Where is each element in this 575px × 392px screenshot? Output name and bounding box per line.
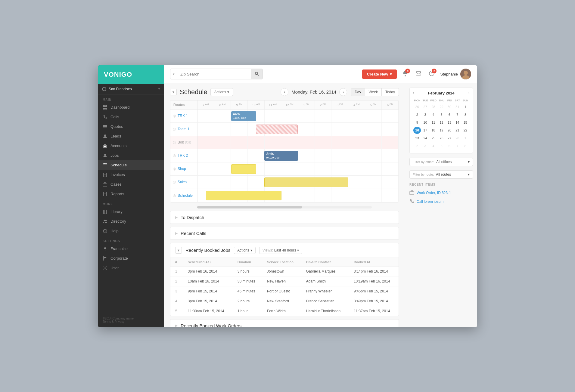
sidebar-item-library[interactable]: Library	[98, 207, 164, 217]
sidebar-item-schedule[interactable]: Schedule	[98, 160, 164, 170]
calendar-day[interactable]: 13	[446, 119, 453, 126]
view-today-button[interactable]: Today	[382, 88, 399, 96]
calendar-day[interactable]: 26	[413, 103, 421, 110]
calendar-day[interactable]: 6	[446, 142, 453, 150]
sidebar-item-jobs[interactable]: Jobs	[98, 151, 164, 160]
table-row[interactable]: 2 10am Feb 16, 2014 30 minutes New Haven…	[170, 276, 399, 286]
gantt-bar-team1-striped[interactable]	[256, 125, 298, 134]
calendar-day[interactable]: 5	[438, 142, 445, 150]
prev-date-button[interactable]: ‹	[281, 88, 288, 96]
sidebar-item-cases[interactable]: Cases	[98, 180, 164, 189]
calendar-day[interactable]: 14	[454, 119, 461, 126]
prev-month-button[interactable]: ‹	[413, 91, 414, 95]
recently-booked-collapse[interactable]: ▼	[175, 247, 182, 254]
route-label-team1[interactable]: Team 1	[178, 127, 189, 131]
sidebar-item-directory[interactable]: Directory	[98, 217, 164, 226]
search-input[interactable]	[177, 72, 251, 76]
schedule-scrollbar[interactable]	[197, 206, 372, 208]
views-dropdown[interactable]: Views: Last 48 hours ▾	[259, 247, 303, 254]
recently-booked-wo-header[interactable]: ▶ Recently Booked Work Orders	[170, 319, 399, 327]
table-row[interactable]: 3 9pm Feb 15, 2014 45 minutes Port of Qu…	[170, 286, 399, 296]
calendar-day[interactable]: 4	[430, 111, 437, 118]
gantt-bar-trk2-arch[interactable]: Arch.94129 Doe	[264, 151, 298, 161]
calendar-day[interactable]: 15	[462, 119, 469, 126]
calendar-day[interactable]: 21	[454, 127, 461, 134]
sidebar-item-dashboard[interactable]: Dashboard	[98, 103, 164, 112]
col-scheduled[interactable]: Scheduled At ↓	[183, 258, 233, 267]
route-label-schedule[interactable]: Schedule	[178, 193, 193, 198]
calendar-day[interactable]: 7	[454, 111, 461, 118]
sidebar-item-invoices[interactable]: Invoices	[98, 170, 164, 180]
create-new-button[interactable]: Create New ▾	[362, 69, 397, 79]
calendar-day[interactable]: 31	[454, 103, 461, 110]
calendar-day[interactable]: 3	[421, 142, 429, 150]
recent-item-call[interactable]: Call lorem ipsum	[409, 197, 473, 206]
sidebar-item-help[interactable]: ? Help	[98, 226, 164, 236]
messages-button[interactable]	[414, 69, 423, 80]
location-selector[interactable]: San Francisco ▾	[98, 84, 164, 94]
calendar-day[interactable]: 3	[421, 111, 429, 118]
gantt-bar-schedule[interactable]	[206, 191, 281, 200]
collapse-button[interactable]: ▼	[170, 89, 177, 95]
calendar-day[interactable]: 16	[413, 127, 421, 134]
route-label-trk1[interactable]: TRK 1	[178, 114, 188, 118]
sidebar-item-quotes[interactable]: Quotes	[98, 122, 164, 131]
calendar-day[interactable]: 7	[454, 142, 461, 150]
filter-route[interactable]: Filter by route: All routes ▾	[409, 170, 473, 179]
user-info[interactable]: Stephanie	[440, 69, 471, 79]
sidebar-item-user[interactable]: User	[98, 263, 164, 273]
sidebar-item-reports[interactable]: Reports	[98, 189, 164, 199]
table-row[interactable]: 1 3pm Feb 16, 2014 3 hours Jonestown Gab…	[170, 266, 399, 276]
calendar-day[interactable]: 25	[430, 134, 437, 142]
calendar-day[interactable]: 11	[430, 119, 437, 126]
calendar-day[interactable]: 12	[438, 119, 445, 126]
sidebar-item-corporate[interactable]: Corporate	[98, 254, 164, 263]
scrollbar-thumb[interactable]	[197, 206, 302, 208]
calendar-day[interactable]: 23	[413, 134, 421, 142]
calendar-day[interactable]: 1	[462, 134, 469, 142]
calendar-day[interactable]: 27	[421, 103, 429, 110]
calendar-day[interactable]: 4	[430, 142, 437, 150]
calendar-day[interactable]: 2	[413, 142, 421, 150]
calendar-day[interactable]: 9	[413, 119, 421, 126]
recent-item-workorder[interactable]: Work Order, ID:823-1	[409, 189, 473, 197]
calendar-day[interactable]: 5	[438, 111, 445, 118]
sidebar-item-accounts[interactable]: Accounts	[98, 141, 164, 151]
calendar-day[interactable]: 6	[446, 111, 453, 118]
calendar-day[interactable]: 22	[462, 127, 469, 134]
calendar-day[interactable]: 10	[421, 119, 429, 126]
gantt-bar-trk1-arch[interactable]: Arch.94129 Doe	[231, 111, 256, 121]
calendar-day[interactable]: 1	[462, 103, 469, 110]
route-label-shop[interactable]: Shop	[178, 167, 186, 171]
search-bar[interactable]: ▾	[170, 69, 263, 79]
calendar-day[interactable]: 20	[446, 127, 453, 134]
filter-office[interactable]: Filter by office: All offices ▾	[409, 158, 473, 166]
next-month-button[interactable]: ›	[468, 91, 470, 95]
sidebar-item-leads[interactable]: Leads	[98, 131, 164, 141]
table-row[interactable]: 4 3pm Feb 15, 2014 2 hours New Stanford …	[170, 296, 399, 306]
table-row[interactable]: 5 11:30am Feb 15, 2014 1 hour Forth Widt…	[170, 306, 399, 316]
route-label-bob[interactable]: Bob (Off)	[178, 140, 191, 144]
to-dispatch-header[interactable]: ▶ To Dispatch	[170, 211, 399, 224]
sidebar-item-franchise[interactable]: Franchise	[98, 244, 164, 254]
gantt-bar-shop[interactable]	[231, 164, 256, 174]
calendar-day[interactable]: 8	[462, 111, 469, 118]
calendar-day[interactable]: 26	[438, 134, 445, 142]
calendar-day[interactable]: 17	[421, 127, 429, 134]
route-label-trk2[interactable]: TRK 2	[178, 153, 188, 158]
notifications-button[interactable]: 9	[400, 69, 410, 80]
next-date-button[interactable]: ›	[339, 88, 347, 96]
calendar-day[interactable]: 28	[430, 103, 437, 110]
calendar-day[interactable]: 2	[413, 111, 421, 118]
calendar-day[interactable]: 8	[462, 142, 469, 150]
alerts-button[interactable]: 2	[427, 69, 437, 80]
calendar-day[interactable]: 24	[421, 134, 429, 142]
route-label-sales[interactable]: Sales	[178, 180, 187, 184]
calendar-day[interactable]: 27	[446, 134, 453, 142]
calendar-day[interactable]: 30	[446, 103, 453, 110]
recent-calls-header[interactable]: ▶ Recent Calls	[170, 227, 399, 239]
search-dropdown-arrow[interactable]: ▾	[170, 72, 177, 76]
view-week-button[interactable]: Week	[365, 88, 382, 96]
schedule-actions-button[interactable]: Actions ▾	[210, 88, 233, 96]
booked-actions-button[interactable]: Actions ▾	[234, 247, 255, 254]
